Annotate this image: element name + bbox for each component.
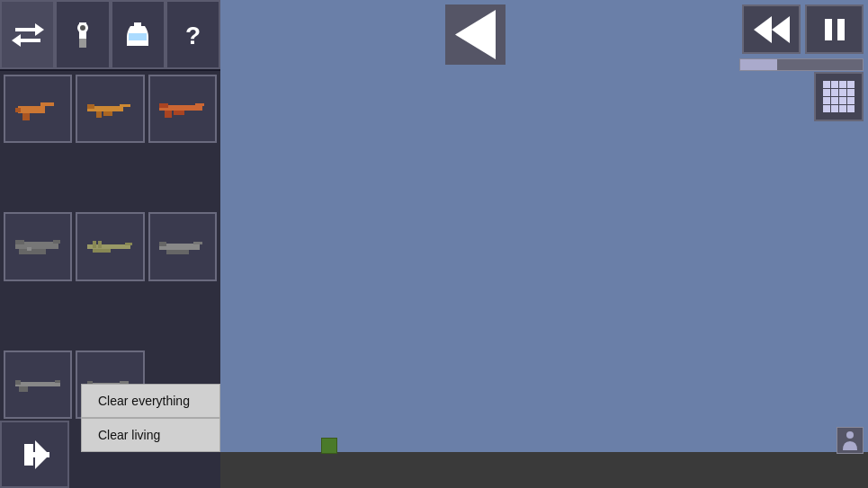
- svg-rect-37: [166, 250, 189, 254]
- sidebar: ?: [0, 0, 220, 488]
- svg-rect-56: [837, 19, 845, 40]
- svg-text:?: ?: [185, 22, 201, 49]
- svg-rect-38: [159, 242, 166, 246]
- svg-rect-0: [15, 28, 35, 31]
- svg-rect-29: [27, 247, 31, 251]
- rewind-button[interactable]: [742, 4, 801, 54]
- svg-rect-5: [79, 39, 86, 48]
- svg-rect-42: [15, 380, 21, 385]
- svg-rect-36: [193, 242, 202, 244]
- svg-rect-41: [19, 386, 28, 392]
- svg-rect-17: [96, 111, 102, 118]
- svg-rect-26: [53, 240, 60, 244]
- svg-rect-16: [120, 104, 130, 107]
- svg-rect-34: [98, 241, 102, 248]
- svg-rect-8: [134, 22, 141, 26]
- svg-rect-39: [15, 382, 60, 386]
- person-icon-button[interactable]: [837, 427, 864, 454]
- svg-marker-3: [12, 34, 21, 47]
- svg-rect-31: [125, 243, 132, 245]
- svg-rect-18: [103, 111, 112, 116]
- svg-rect-2: [21, 39, 40, 42]
- svg-rect-23: [174, 111, 184, 115]
- ground: [220, 452, 868, 488]
- svg-marker-54: [754, 16, 772, 43]
- svg-rect-28: [15, 240, 24, 244]
- svg-point-57: [846, 431, 854, 439]
- main-area: [220, 0, 868, 488]
- grid-item-2[interactable]: [76, 75, 144, 143]
- svg-rect-21: [195, 103, 204, 106]
- svg-point-7: [80, 25, 85, 31]
- svg-rect-24: [159, 103, 168, 108]
- svg-marker-1: [35, 23, 44, 36]
- clear-everything-button[interactable]: Clear everything: [81, 384, 220, 418]
- svg-rect-32: [93, 249, 111, 253]
- top-right-controls: [739, 4, 864, 71]
- svg-rect-11: [18, 106, 45, 113]
- svg-rect-33: [93, 241, 96, 248]
- top-toolbar: ?: [0, 0, 220, 71]
- context-menu: Clear everything Clear living: [81, 384, 220, 452]
- bottle-button[interactable]: [111, 0, 166, 69]
- svg-rect-40: [55, 380, 60, 383]
- svg-marker-53: [772, 16, 790, 43]
- pause-button[interactable]: [805, 4, 864, 54]
- back-button[interactable]: [445, 4, 506, 65]
- svg-rect-14: [15, 108, 21, 112]
- grid-icon: [823, 81, 855, 112]
- grid-item-5[interactable]: [76, 212, 144, 280]
- progress-bar: [740, 59, 777, 70]
- svg-marker-52: [455, 10, 496, 59]
- character: [321, 438, 337, 454]
- svg-rect-51: [24, 452, 49, 457]
- svg-rect-12: [40, 102, 54, 106]
- grid-item-4[interactable]: [4, 212, 72, 280]
- svg-rect-13: [22, 113, 30, 120]
- grid-item-6[interactable]: [148, 212, 217, 280]
- grid-toggle-button[interactable]: [814, 72, 864, 121]
- grid-item-7[interactable]: [4, 350, 72, 419]
- swap-button[interactable]: [0, 0, 55, 69]
- playback-controls: [742, 4, 864, 54]
- svg-rect-9: [129, 33, 147, 40]
- svg-rect-22: [165, 111, 172, 118]
- svg-rect-55: [825, 19, 832, 40]
- grid-item-1[interactable]: [4, 75, 72, 143]
- help-button[interactable]: ?: [166, 0, 220, 69]
- svg-rect-19: [87, 104, 94, 109]
- grid-item-3[interactable]: [148, 75, 217, 143]
- clear-living-button[interactable]: Clear living: [81, 418, 220, 452]
- progress-bar-container[interactable]: [739, 58, 864, 71]
- item-button[interactable]: [55, 0, 110, 69]
- exit-button[interactable]: [0, 421, 69, 488]
- svg-rect-27: [19, 249, 46, 254]
